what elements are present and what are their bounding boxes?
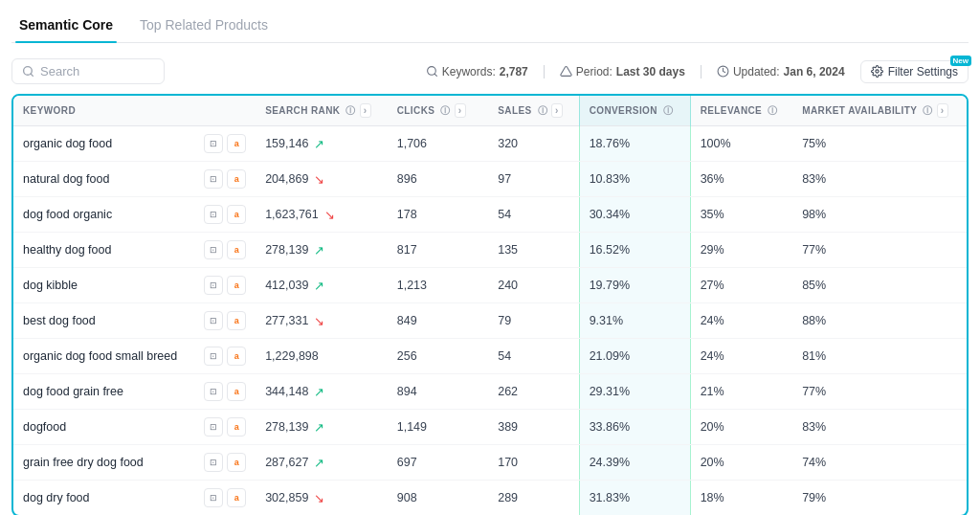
keyword-search-btn[interactable]: ⊡ (204, 276, 223, 295)
trend-up-icon: ↗ (314, 385, 324, 399)
cell-relevance: 100% (690, 126, 792, 162)
keyword-search-btn[interactable]: ⊡ (204, 417, 223, 437)
search-rank-info-icon: ⓘ (345, 104, 355, 118)
sales-sort-btn[interactable]: › (551, 103, 563, 118)
th-sales[interactable]: SALES ⓘ › (488, 96, 579, 126)
keyword-actions: ⊡ a (204, 311, 246, 330)
search-rank-value: 287,627 (265, 456, 308, 469)
table-row: best dog food ⊡ a 277,331 ↘ 849 79 9.31%… (13, 303, 967, 339)
keyword-amazon-btn[interactable]: a (227, 205, 246, 224)
search-rank-value: 1,623,761 (265, 208, 319, 221)
search-icon (22, 65, 34, 78)
cell-market-availability: 83% (792, 410, 967, 445)
svg-line-3 (434, 74, 436, 76)
cell-clicks: 1,706 (388, 126, 488, 162)
keyword-amazon-btn[interactable]: a (227, 417, 246, 437)
th-conversion[interactable]: CONVERSION ⓘ (579, 96, 690, 126)
cell-relevance: 20% (690, 410, 792, 445)
updated-value: Jan 6, 2024 (784, 65, 845, 78)
keyword-search-btn[interactable]: ⊡ (204, 382, 223, 401)
cell-keyword: organic dog food ⊡ a (13, 126, 256, 162)
keyword-amazon-btn[interactable]: a (227, 134, 246, 153)
cell-search-rank: 159,146 ↗ (256, 126, 388, 162)
keyword-search-btn[interactable]: ⊡ (204, 240, 223, 259)
cell-market-availability: 98% (792, 197, 967, 233)
data-table-wrapper: KEYWORD SEARCH RANK ⓘ › CLICKS ⓘ (11, 94, 969, 515)
cell-clicks: 1,213 (388, 268, 488, 303)
trend-down-icon: ↘ (314, 172, 324, 187)
cell-search-rank: 302,859 ↘ (256, 481, 388, 516)
keyword-search-btn[interactable]: ⊡ (204, 488, 223, 507)
cell-search-rank: 204,869 ↘ (256, 162, 388, 197)
search-rank-value: 344,148 (265, 385, 308, 398)
th-search-rank[interactable]: SEARCH RANK ⓘ › (256, 96, 388, 126)
cell-keyword: dog food grain free ⊡ a (13, 374, 256, 410)
gear-icon (871, 65, 883, 78)
th-keyword: KEYWORD (13, 96, 256, 126)
table-row: healthy dog food ⊡ a 278,139 ↗ 817 135 1… (13, 233, 967, 268)
keyword-amazon-btn[interactable]: a (227, 453, 246, 472)
tab-top-related-products[interactable]: Top Related Products (136, 11, 272, 42)
cell-market-availability: 88% (792, 303, 967, 339)
keyword-amazon-btn[interactable]: a (227, 276, 246, 295)
cell-keyword: dog dry food ⊡ a (13, 481, 256, 516)
cell-sales: 320 (488, 126, 579, 162)
keyword-search-btn[interactable]: ⊡ (204, 453, 223, 472)
clicks-sort-btn[interactable]: › (455, 103, 466, 118)
cell-sales: 170 (488, 445, 579, 481)
cell-sales: 54 (488, 339, 579, 374)
keyword-amazon-btn[interactable]: a (227, 382, 246, 401)
trend-up-icon: ↗ (314, 279, 324, 293)
cell-keyword: dog kibble ⊡ a (13, 268, 256, 303)
period-label: Period: (576, 65, 612, 78)
period-icon (560, 65, 572, 78)
search-rank-value: 278,139 (265, 243, 308, 257)
keyword-actions: ⊡ a (204, 382, 246, 401)
svg-line-1 (31, 74, 33, 76)
table-header-row: KEYWORD SEARCH RANK ⓘ › CLICKS ⓘ (13, 96, 967, 126)
table-row: dog dry food ⊡ a 302,859 ↘ 908 289 31.83… (13, 481, 967, 516)
clock-icon (717, 65, 729, 78)
keyword-amazon-btn[interactable]: a (227, 311, 246, 330)
divider-1 (544, 65, 545, 78)
toolbar: Search Keywords: 2,787 Period: Last 30 d… (11, 53, 969, 94)
tab-semantic-core[interactable]: Semantic Core (15, 11, 117, 42)
keyword-amazon-btn[interactable]: a (227, 240, 246, 259)
keyword-search-btn[interactable]: ⊡ (204, 134, 223, 153)
cell-clicks: 817 (388, 233, 488, 268)
cell-relevance: 29% (690, 233, 792, 268)
table-row: natural dog food ⊡ a 204,869 ↘ 896 97 10… (13, 162, 967, 197)
relevance-info-icon: ⓘ (768, 104, 777, 118)
th-relevance[interactable]: RELEVANCE ⓘ (690, 96, 792, 126)
cell-sales: 262 (488, 374, 579, 410)
keyword-amazon-btn[interactable]: a (227, 347, 246, 366)
search-box[interactable]: Search (11, 58, 165, 84)
svg-point-5 (876, 70, 879, 73)
cell-clicks: 896 (388, 162, 488, 197)
cell-keyword: natural dog food ⊡ a (13, 162, 256, 197)
cell-keyword: healthy dog food ⊡ a (13, 233, 256, 268)
keyword-text: organic dog food (23, 137, 112, 150)
th-clicks[interactable]: CLICKS ⓘ › (388, 96, 488, 126)
divider-2 (701, 65, 702, 78)
market-sort-btn[interactable]: › (937, 103, 948, 118)
filter-settings-button[interactable]: New Filter Settings (860, 60, 969, 83)
table-row: dogfood ⊡ a 278,139 ↗ 1,149 389 33.86% 2… (13, 410, 967, 445)
keyword-amazon-btn[interactable]: a (227, 169, 246, 189)
keyword-amazon-btn[interactable]: a (227, 488, 246, 507)
search-rank-sort-btn[interactable]: › (360, 103, 371, 118)
filter-settings-label: Filter Settings (888, 65, 958, 78)
data-table: KEYWORD SEARCH RANK ⓘ › CLICKS ⓘ (13, 96, 967, 515)
cell-keyword: dogfood ⊡ a (13, 410, 256, 445)
keyword-actions: ⊡ a (204, 205, 246, 224)
th-market-availability[interactable]: MARKET AVAILABILITY ⓘ › (792, 96, 967, 126)
search-rank-value: 1,229,898 (265, 349, 319, 363)
keyword-search-btn[interactable]: ⊡ (204, 311, 223, 330)
keyword-search-btn[interactable]: ⊡ (204, 205, 223, 224)
period-stat: Period: Last 30 days (560, 65, 685, 78)
keyword-search-btn[interactable]: ⊡ (204, 169, 223, 189)
updated-label: Updated: (733, 65, 780, 78)
cell-clicks: 908 (388, 481, 488, 516)
cell-conversion: 30.34% (579, 197, 690, 233)
keyword-search-btn[interactable]: ⊡ (204, 347, 223, 366)
